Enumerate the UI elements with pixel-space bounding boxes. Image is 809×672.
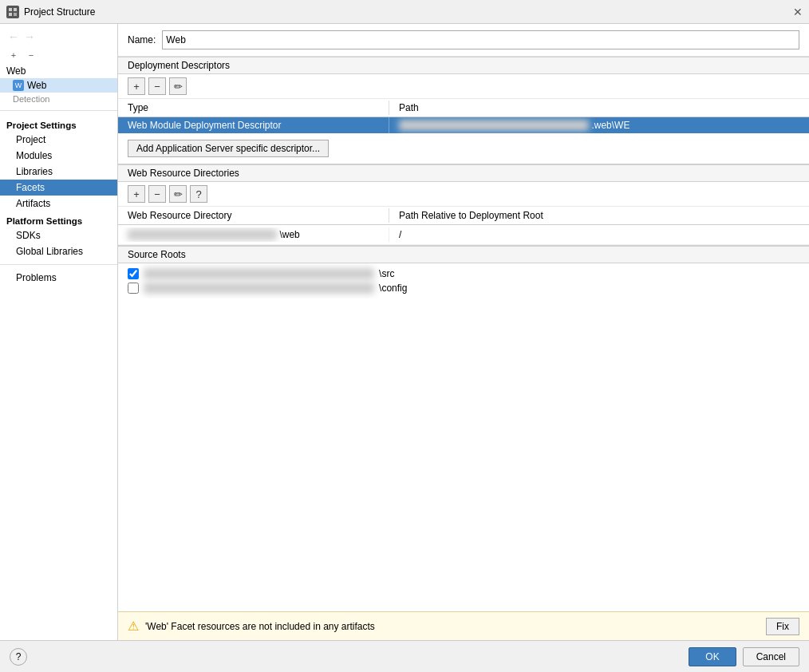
dd-table-header: Type Path: [118, 99, 809, 117]
dd-remove-btn[interactable]: −: [148, 77, 166, 95]
source-rows: ██████████████████████████████████ \src …: [118, 263, 809, 298]
table-row[interactable]: Web Module Deployment Descriptor ███████…: [118, 117, 809, 133]
source-checkbox-0[interactable]: [128, 268, 139, 279]
cancel-button[interactable]: Cancel: [743, 647, 799, 666]
app-icon: [6, 6, 19, 18]
warning-bar: ⚠ 'Web' Facet resources are not included…: [118, 611, 809, 640]
web-resource-section: Web Resource Directories + − ✏ ? Web Res…: [118, 164, 809, 246]
close-button[interactable]: ✕: [793, 6, 803, 18]
tree-header: + −: [0, 46, 117, 64]
dd-edit-btn[interactable]: ✏: [169, 77, 187, 95]
tree-remove-btn[interactable]: −: [24, 48, 38, 62]
svg-rect-3: [14, 13, 17, 16]
web-facet-icon: W: [13, 80, 24, 91]
wr-toolbar: + − ✏ ?: [118, 182, 809, 207]
wr-col-dir-header: Web Resource Directory: [118, 208, 389, 223]
wr-remove-btn[interactable]: −: [148, 185, 166, 203]
wr-row-dir: ██████████████████████ \web: [118, 227, 389, 242]
sidebar-divider: [0, 110, 117, 111]
window-title: Project Structure: [24, 6, 95, 18]
add-descriptor-area: Add Application Server specific descript…: [118, 133, 809, 164]
wr-row-relpath: /: [389, 227, 809, 242]
source-row-1: ██████████████████████████████████ \conf…: [128, 281, 799, 295]
sidebar-platform-settings-label: Platform Settings: [0, 211, 117, 227]
tree-detection-label: Detection: [0, 93, 117, 105]
right-panel: Name: Deployment Descriptors + − ✏ Type …: [118, 24, 809, 640]
tree-item-web-facet[interactable]: W Web: [0, 78, 117, 93]
tree-add-btn[interactable]: +: [6, 48, 21, 62]
wr-table-body: ██████████████████████ \web /: [118, 225, 809, 245]
name-label: Name:: [128, 34, 156, 45]
dd-add-btn[interactable]: +: [128, 77, 145, 95]
tree-item-web-facet-label: Web: [27, 80, 46, 91]
dd-row-path-blurred: ████████████████████████████: [399, 120, 589, 131]
wr-help-btn[interactable]: ?: [190, 185, 207, 203]
sidebar-item-global-libraries[interactable]: Global Libraries: [0, 243, 117, 259]
back-arrow[interactable]: ←: [6, 30, 21, 43]
wr-col-rdroot-header: Path Relative to Deployment Root: [389, 208, 809, 223]
source-checkbox-1[interactable]: [128, 283, 139, 294]
source-row-0-suffix: \src: [379, 268, 394, 279]
sidebar-item-sdks[interactable]: SDKs: [0, 227, 117, 243]
wr-row-dir-suffix: \web: [279, 229, 299, 240]
sidebar-item-libraries[interactable]: Libraries: [0, 164, 117, 180]
titlebar: Project Structure ✕: [0, 0, 809, 24]
warning-left: ⚠ 'Web' Facet resources are not included…: [128, 619, 375, 634]
deployment-descriptors-section: Deployment Descriptors + − ✏ Type Path W…: [118, 57, 809, 164]
content-area: ← → + − Web W Web Detection Project Sett…: [0, 24, 809, 640]
dd-toolbar: + − ✏: [118, 74, 809, 99]
sidebar-divider2: [0, 264, 117, 265]
source-row-1-blurred: ██████████████████████████████████: [144, 283, 374, 294]
tree-item-web-root[interactable]: Web: [0, 64, 117, 78]
sidebar-item-artifacts[interactable]: Artifacts: [0, 196, 117, 211]
sidebar-item-modules[interactable]: Modules: [0, 148, 117, 164]
dd-table-body: Web Module Deployment Descriptor ███████…: [118, 117, 809, 133]
sidebar-item-facets[interactable]: Facets: [0, 180, 117, 196]
ok-button[interactable]: OK: [689, 647, 736, 666]
name-input[interactable]: [162, 30, 799, 49]
dd-row-path: ████████████████████████████ .web\WE: [389, 117, 809, 133]
sidebar-item-project[interactable]: Project: [0, 132, 117, 148]
name-row: Name:: [118, 24, 809, 57]
deployment-descriptors-header: Deployment Descriptors: [118, 57, 809, 74]
sidebar-item-problems[interactable]: Problems: [0, 270, 117, 286]
source-row-0-blurred: ██████████████████████████████████: [144, 268, 374, 279]
warning-icon: ⚠: [128, 619, 139, 634]
help-button[interactable]: ?: [10, 648, 27, 666]
source-row-0: ██████████████████████████████████ \src: [128, 267, 799, 281]
wr-row-dir-blurred: ██████████████████████: [128, 229, 277, 240]
add-descriptor-btn[interactable]: Add Application Server specific descript…: [128, 140, 329, 157]
source-roots-section: Source Roots ███████████████████████████…: [118, 246, 809, 611]
source-roots-header: Source Roots: [118, 246, 809, 263]
sidebar-project-settings-label: Project Settings: [0, 116, 117, 132]
warning-text: 'Web' Facet resources are not included i…: [145, 621, 375, 632]
web-resource-header: Web Resource Directories: [118, 164, 809, 182]
dd-row-type: Web Module Deployment Descriptor: [118, 117, 389, 133]
sidebar: ← → + − Web W Web Detection Project Sett…: [0, 24, 118, 640]
nav-arrows: ← →: [0, 27, 117, 46]
svg-rect-0: [9, 8, 12, 11]
web-facet-icon-label: W: [15, 81, 22, 89]
wr-edit-btn[interactable]: ✏: [169, 185, 187, 203]
dd-row-path-suffix: .web\WE: [591, 120, 629, 131]
titlebar-left: Project Structure: [6, 6, 95, 18]
dd-col-type-header: Type: [118, 101, 389, 115]
fix-button[interactable]: Fix: [766, 618, 799, 635]
svg-rect-2: [9, 13, 12, 16]
table-row[interactable]: ██████████████████████ \web /: [118, 225, 809, 245]
wr-add-btn[interactable]: +: [128, 185, 145, 203]
dd-col-path-header: Path: [389, 101, 809, 115]
bottom-bar: ? OK Cancel: [0, 640, 809, 672]
source-row-1-suffix: \config: [379, 283, 407, 294]
tree-item-web-root-label: Web: [6, 65, 26, 77]
main-layout: ← → + − Web W Web Detection Project Sett…: [0, 24, 809, 672]
wr-table-header: Web Resource Directory Path Relative to …: [118, 207, 809, 225]
svg-rect-1: [14, 8, 17, 11]
forward-arrow[interactable]: →: [22, 30, 37, 43]
